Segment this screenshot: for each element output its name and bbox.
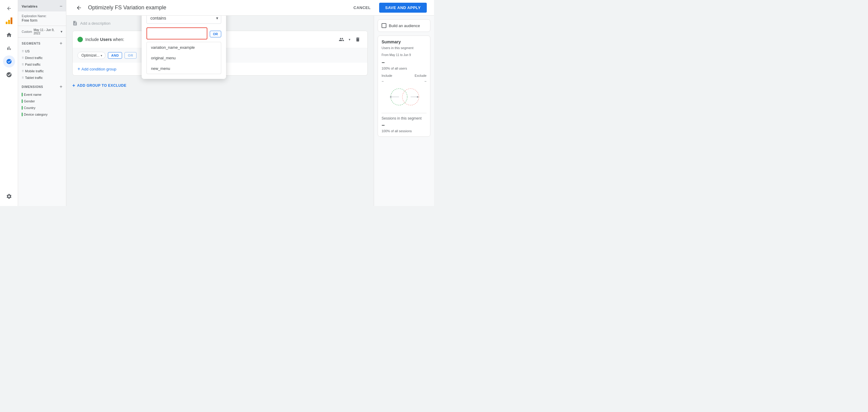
- include-stat: −: [381, 79, 384, 83]
- dimension-color-bar: [22, 93, 23, 96]
- date-dropdown-arrow[interactable]: ▾: [61, 30, 62, 34]
- summary-section: Summary Users in this segment From May 1…: [378, 36, 430, 137]
- exclude-label-small: Exclude: [415, 74, 427, 77]
- logo-bar-3: [10, 18, 12, 24]
- condition-chip-label: Optimizel...: [82, 53, 99, 58]
- segment-item-label: Direct traffic: [25, 56, 42, 60]
- option-label: new_menu: [151, 66, 170, 71]
- venn-svg: [386, 86, 422, 107]
- dimension-label: Device category: [24, 113, 48, 116]
- value-row: OR: [147, 27, 221, 41]
- add-group-to-exclude-button[interactable]: + ADD GROUP TO EXCLUDE: [72, 79, 126, 92]
- segment-item-label: Mobile traffic: [25, 69, 44, 73]
- nav-home-button[interactable]: [3, 29, 15, 41]
- svg-point-3: [417, 96, 418, 98]
- add-dimension-button[interactable]: +: [60, 84, 62, 90]
- condition-dropdown: Condition* contains exactly matches begi…: [142, 16, 226, 79]
- dimension-color-bar: [22, 99, 23, 103]
- chevron-down-icon: ▾: [101, 54, 102, 57]
- sessions-stat: −: [381, 122, 427, 129]
- segment-builder: Add a description Include Users when: ▾: [66, 16, 434, 206]
- dropdown-option-variation[interactable]: variation_name_example: [147, 42, 221, 53]
- analytics-logo: [6, 17, 12, 24]
- dropdown-options: variation_name_example original_menu new…: [147, 42, 221, 74]
- svg-point-2: [390, 96, 391, 98]
- segment-item-paid-traffic[interactable]: ⠿ Paid traffic: [20, 61, 64, 68]
- segment-list: ⠿ US ⠿ Direct traffic ⠿ Paid traffic ⠿ M…: [18, 48, 66, 81]
- nav-advertising-button[interactable]: [3, 69, 15, 81]
- dimension-device-category[interactable]: Device category: [20, 111, 64, 118]
- condition-value-input[interactable]: [147, 27, 207, 39]
- dimension-list: Event name Gender Country Device categor…: [18, 91, 66, 118]
- nav-reports-button[interactable]: [3, 42, 15, 54]
- scope-dropdown-arrow[interactable]: ▾: [349, 38, 350, 41]
- page-title: Optimizely FS Variation example: [88, 4, 349, 11]
- add-segment-button[interactable]: +: [60, 41, 62, 46]
- stats-row: − −: [381, 79, 427, 83]
- description-icon: [72, 21, 78, 26]
- dropdown-option-new-menu[interactable]: new_menu: [147, 63, 221, 74]
- user-pct: 100% of all users: [381, 67, 427, 70]
- dimension-label: Gender: [24, 99, 35, 103]
- nav-explore-button[interactable]: [3, 56, 15, 67]
- dimensions-title: DIMENSIONS: [22, 85, 43, 89]
- user-stat: −: [381, 60, 427, 66]
- nav-settings-button[interactable]: [3, 190, 15, 202]
- segment-item-mobile-traffic[interactable]: ⠿ Mobile traffic: [20, 68, 64, 74]
- add-group-exclude-label: ADD GROUP TO EXCLUDE: [77, 83, 127, 88]
- drag-handle-icon: ⠿: [22, 70, 24, 73]
- dimension-gender[interactable]: Gender: [20, 98, 64, 104]
- plus-icon: +: [78, 66, 80, 72]
- users-scope-button[interactable]: [337, 35, 346, 44]
- add-condition-button[interactable]: + Add condition group: [78, 66, 116, 72]
- segment-item-label: Tablet traffic: [25, 76, 43, 79]
- segment-item-tablet-traffic[interactable]: ⠿ Tablet traffic: [20, 74, 64, 81]
- sessions-pct: 100% of all sessions: [381, 129, 427, 133]
- header-back-button[interactable]: [73, 2, 84, 13]
- include-label-small: Include: [381, 74, 392, 77]
- condition-chip-optimizely[interactable]: Optimizel... ▾: [78, 52, 105, 59]
- exploration-name: Free form: [22, 19, 62, 23]
- include-exclude-row: Include Exclude: [381, 74, 427, 77]
- delete-include-button[interactable]: [353, 35, 363, 44]
- header-actions: CANCEL SAVE AND APPLY: [349, 3, 427, 13]
- dimension-label: Country: [24, 106, 36, 110]
- condition-select[interactable]: contains exactly matches begins with end…: [147, 16, 221, 24]
- segment-item-label: Paid traffic: [25, 63, 41, 66]
- condition-select-wrapper: contains exactly matches begins with end…: [147, 16, 221, 24]
- variables-panel: Variables − Exploration Name: Free form …: [18, 0, 66, 206]
- date-range-row[interactable]: Custom May 11 - Jun 9, 2022 ▾: [18, 26, 66, 38]
- or-inline-button[interactable]: OR: [210, 31, 221, 37]
- date-label: Custom: [22, 30, 32, 33]
- option-label: original_menu: [151, 56, 176, 60]
- users-bold: Users: [100, 37, 112, 42]
- nav-back-button[interactable]: [3, 2, 15, 14]
- save-apply-button[interactable]: SAVE AND APPLY: [379, 3, 427, 13]
- variables-header: Variables −: [18, 0, 66, 11]
- build-audience-card[interactable]: Build an audience: [378, 19, 430, 32]
- plus-icon: +: [72, 83, 75, 88]
- and-button[interactable]: AND: [108, 52, 122, 59]
- include-label: Include Users when:: [85, 37, 124, 42]
- logo-bar-1: [6, 22, 7, 24]
- build-audience-checkbox[interactable]: [381, 23, 386, 28]
- analytics-nav: [0, 0, 18, 206]
- top-header: Optimizely FS Variation example CANCEL S…: [66, 0, 434, 16]
- include-indicator: [78, 37, 83, 42]
- dropdown-option-original-menu[interactable]: original_menu: [147, 53, 221, 63]
- description-placeholder[interactable]: Add a description: [80, 21, 110, 26]
- exploration-label: Exploration Name:: [22, 14, 62, 18]
- builder-main: Add a description Include Users when: ▾: [66, 16, 374, 206]
- drag-handle-icon: ⠿: [22, 76, 24, 79]
- build-audience-label: Build an audience: [389, 24, 420, 28]
- or-button[interactable]: OR: [124, 52, 136, 59]
- cancel-button[interactable]: CANCEL: [349, 3, 375, 12]
- dimension-country[interactable]: Country: [20, 104, 64, 111]
- drag-handle-icon: ⠿: [22, 50, 24, 53]
- segment-item-us[interactable]: ⠿ US: [20, 48, 64, 55]
- dimension-event-name[interactable]: Event name: [20, 91, 64, 98]
- segment-item-direct-traffic[interactable]: ⠿ Direct traffic: [20, 55, 64, 61]
- add-condition-label: Add condition group: [82, 67, 116, 71]
- variables-collapse-button[interactable]: −: [60, 4, 62, 9]
- dimension-color-bar: [22, 113, 23, 116]
